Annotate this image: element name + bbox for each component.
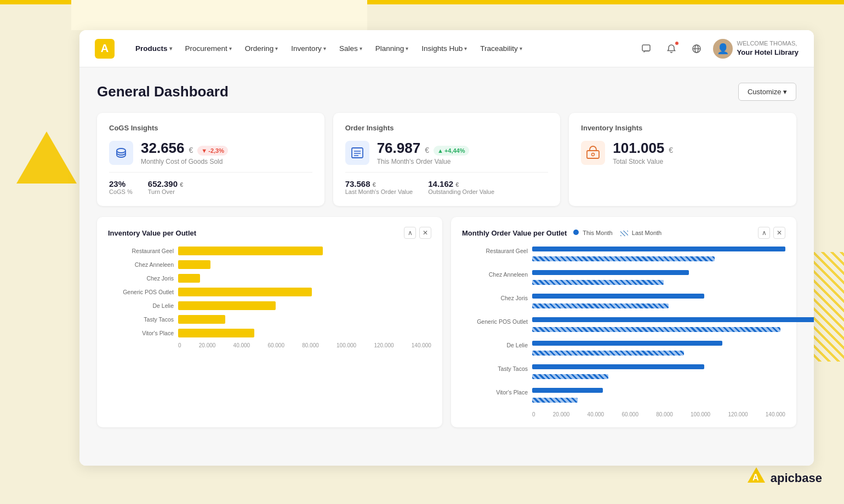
chart-legend: This Month Last Month (573, 230, 661, 236)
chart-collapse-btn[interactable]: ∧ (404, 227, 416, 239)
order-value: 76.987 (377, 140, 421, 157)
order-bar-chart: Restaurant Geel Chez Anneleen (462, 247, 785, 406)
inventory-icon-box (581, 141, 605, 165)
inventory-title: Inventory Insights (581, 124, 784, 132)
list-item: Chez Anneleen (462, 270, 785, 289)
order-currency: € (425, 146, 429, 154)
main-container: A Products ▾ Procurement ▾ Ordering ▾ In… (79, 30, 814, 466)
order-title: Order Insights (345, 124, 549, 132)
order-icon-box (345, 141, 369, 165)
svg-rect-7 (352, 148, 363, 158)
inventory-value: 101.005 (613, 140, 664, 157)
nav-items: Products ▾ Procurement ▾ Ordering ▾ Inve… (130, 41, 637, 56)
nav-products[interactable]: Products ▾ (130, 41, 178, 56)
page-header: General Dashboard Customize ▾ (97, 83, 796, 101)
inventory-bar-chart: Restaurant Geel Chez Anneleen Chez Joris… (108, 247, 431, 337)
chevron-icon: ▾ (323, 45, 326, 51)
list-item: Tasty Tacos (108, 315, 431, 324)
inventory-label: Total Stock Value (613, 158, 673, 165)
list-item: Chez Anneleen (108, 260, 431, 269)
welcome-text: WELCOME THOMAS, (737, 39, 799, 48)
cogs-secondary-1: 23% CoGS % (109, 179, 133, 195)
notification-badge (675, 41, 679, 45)
page-title: General Dashboard (97, 83, 229, 100)
cogs-secondary-2: 652.390 € Turn Over (148, 179, 184, 195)
customize-button[interactable]: Customize ▾ (738, 83, 796, 101)
list-item: De Lelie (462, 341, 785, 359)
list-item: Generic POS Outlet (108, 288, 431, 296)
inventory-card: Inventory Insights 101.005 € (569, 113, 796, 206)
chat-button[interactable] (637, 40, 655, 58)
list-item: De Lelie (108, 301, 431, 310)
order-card: Order Insights 76.987 € (333, 113, 561, 206)
navbar: A Products ▾ Procurement ▾ Ordering ▾ In… (79, 30, 814, 67)
list-item: Tasty Tacos (462, 364, 785, 383)
order-x-axis: 020.00040.00060.00080.000100.000120.0001… (462, 411, 785, 417)
apicbase-logo-icon: A (746, 466, 766, 490)
nav-ordering[interactable]: Ordering ▾ (239, 41, 284, 56)
order-chart-card: Monthly Order Value per Outlet This Mont… (451, 217, 796, 427)
order-secondary-2: 14.162 € Outstanding Order Value (428, 179, 494, 195)
user-profile[interactable]: 👤 WELCOME THOMAS, Your Hotel Library (713, 39, 799, 59)
svg-point-12 (592, 153, 595, 156)
chevron-icon: ▾ (406, 45, 408, 51)
cards-row: CoGS Insights 32.656 € (97, 113, 796, 206)
chevron-icon: ▾ (229, 45, 232, 51)
list-item: Vitor's Place (462, 388, 785, 406)
cogs-icon-box (109, 141, 133, 165)
nav-traceability[interactable]: Traceability ▾ (475, 41, 528, 56)
chevron-icon: ▾ (360, 45, 362, 51)
cogs-badge: ▼ -2,3% (197, 146, 228, 156)
nav-planning[interactable]: Planning ▾ (370, 41, 414, 56)
inventory-x-axis: 020.00040.00060.00080.000100.000120.0001… (108, 342, 431, 348)
svg-text:A: A (752, 473, 759, 482)
nav-right: 👤 WELCOME THOMAS, Your Hotel Library (637, 39, 799, 59)
globe-button[interactable] (688, 40, 705, 58)
list-item: Restaurant Geel (462, 247, 785, 265)
hotel-library-text: Your Hotel Library (737, 48, 799, 58)
charts-row: Inventory Value per Outlet ∧ ✕ Restauran… (97, 217, 796, 427)
nav-insights-hub[interactable]: Insights Hub ▾ (416, 41, 472, 56)
nav-procurement[interactable]: Procurement ▾ (180, 41, 237, 56)
order-badge: ▲ +4,44% (434, 146, 469, 156)
cogs-currency: € (189, 146, 193, 154)
this-month-legend-dot (573, 230, 579, 235)
notifications-button[interactable] (663, 40, 680, 58)
inventory-chart-title: Inventory Value per Outlet (108, 229, 196, 237)
last-month-legend-stripe (620, 231, 628, 236)
apicbase-logo-text: apicbase (771, 471, 822, 485)
cogs-value: 32.656 (141, 140, 185, 157)
nav-logo[interactable]: A (95, 39, 115, 59)
chevron-icon: ▾ (464, 45, 467, 51)
order-label: This Month's Order Value (377, 158, 469, 165)
svg-rect-2 (642, 45, 650, 51)
order-chart-title: Monthly Order Value per Outlet (462, 229, 567, 237)
order-chart-close-btn[interactable]: ✕ (773, 227, 785, 239)
list-item: Restaurant Geel (108, 247, 431, 255)
order-secondary-1: 73.568 € Last Month's Order Value (345, 179, 413, 195)
chart-close-btn[interactable]: ✕ (419, 227, 431, 239)
avatar: 👤 (713, 39, 733, 59)
list-item: Chez Joris (462, 294, 785, 312)
order-chart-collapse-btn[interactable]: ∧ (758, 227, 770, 239)
chevron-icon: ▾ (275, 45, 278, 51)
svg-rect-11 (587, 151, 599, 158)
inventory-currency: € (669, 146, 673, 154)
page-content: General Dashboard Customize ▾ CoGS Insig… (79, 67, 814, 466)
apicbase-branding: A apicbase (746, 466, 822, 490)
cogs-label: Monthly Cost of Goods Sold (141, 158, 228, 165)
list-item: Chez Joris (108, 274, 431, 283)
chevron-icon: ▾ (169, 45, 172, 51)
cogs-title: CoGS Insights (109, 124, 312, 132)
cogs-card: CoGS Insights 32.656 € (97, 113, 324, 206)
chevron-icon: ▾ (520, 45, 522, 51)
svg-point-6 (117, 148, 126, 153)
list-item: Vitor's Place (108, 329, 431, 337)
cream-block (71, 0, 367, 30)
bg-triangle (16, 131, 77, 184)
nav-sales[interactable]: Sales ▾ (334, 41, 368, 56)
inventory-chart-card: Inventory Value per Outlet ∧ ✕ Restauran… (97, 217, 442, 427)
nav-inventory[interactable]: Inventory ▾ (286, 41, 332, 56)
list-item: Generic POS Outlet (462, 317, 785, 336)
